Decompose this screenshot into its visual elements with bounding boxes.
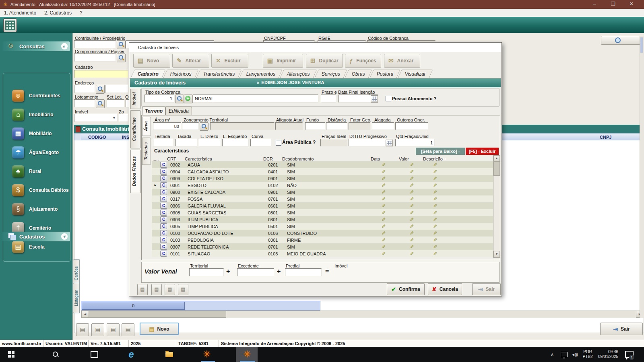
dialog-sair-button[interactable]: ⇥ Sair (472, 283, 501, 295)
table-row[interactable]: C 0100 OCUPACAO DO LOTE 0106 CONSTRUIDO (152, 230, 494, 237)
row-c-button[interactable]: C (160, 162, 167, 168)
menu-item[interactable]: 1. Atendimento (0, 10, 40, 16)
descricao-pencil-icon[interactable] (424, 217, 494, 222)
valor-pencil-icon[interactable] (401, 203, 424, 209)
imovel-dropdown[interactable]: ▼ (74, 114, 118, 122)
file-explorer-icon[interactable] (161, 347, 177, 362)
row-c-button[interactable]: C (160, 182, 167, 188)
sidebar-group-consultas[interactable]: ☺ Consultas « (2, 41, 70, 51)
valor-pencil-icon[interactable] (401, 162, 424, 168)
scroll-left-icon[interactable]: ◄ (81, 311, 89, 318)
cancela-button[interactable]: ✘ Cancela (428, 283, 462, 295)
descricao-pencil-icon[interactable] (424, 210, 494, 216)
vtab-area[interactable]: Área (142, 117, 151, 136)
zoneamento-desc-field[interactable] (210, 122, 275, 130)
col-descricao[interactable]: Descrição (423, 156, 443, 161)
tab-terreno[interactable]: Terreno (142, 107, 165, 115)
col-cnpj[interactable]: CNPJ (600, 135, 611, 140)
horizontal-scrollbar[interactable]: ◄ ► (81, 311, 644, 318)
tab-edificada[interactable]: Edificada (165, 107, 192, 115)
descricao-pencil-icon[interactable] (424, 183, 494, 188)
data-pencil-icon[interactable] (373, 230, 401, 236)
descricao-pencil-icon[interactable] (424, 169, 494, 175)
dialog-titlebar[interactable]: Cadastro de Imóveis (129, 43, 501, 52)
nav-last-button[interactable]: ▤ (122, 323, 134, 336)
language-indicator[interactable]: PORPTB2 (580, 347, 595, 362)
sidebar-item-mobiliario[interactable]: ▦ Mobiliário (2, 124, 70, 143)
nav-prev-button[interactable]: ▤ (91, 323, 104, 336)
descricao-pencil-icon[interactable] (424, 251, 494, 257)
minimize-button[interactable]: – (588, 0, 601, 9)
menu-item[interactable]: ? (76, 10, 87, 16)
aliquota-field[interactable] (275, 122, 303, 130)
descricao-pencil-icon[interactable] (424, 230, 494, 236)
col-caracteristica[interactable]: Característica (185, 156, 212, 161)
col-desdobramento[interactable]: Desdobramento (282, 156, 314, 161)
sidebar-item-rural[interactable]: ♣ Rural (2, 162, 70, 181)
row-c-button[interactable]: C (160, 210, 167, 216)
row-c-button[interactable]: C (160, 251, 167, 257)
dialog-excluir-button[interactable]: ✕ Excluir (211, 54, 248, 68)
valor-pencil-icon[interactable] (401, 169, 424, 175)
descricao-pencil-icon[interactable] (424, 244, 494, 250)
table-row[interactable]: C 0317 FOSSA 0701 SIM (152, 195, 494, 202)
sidebar-item-agua-esgoto[interactable]: ☂ Água/Esgoto (2, 143, 70, 162)
dialog-novo-button[interactable]: ▤ Novo (133, 54, 170, 68)
loteamento-search-icon[interactable] (96, 99, 105, 108)
tab-obras[interactable]: Obras (345, 70, 372, 78)
alagada-field[interactable] (372, 122, 394, 130)
descricao-pencil-icon[interactable] (424, 237, 494, 243)
curva-field[interactable] (250, 139, 271, 146)
valor-pencil-icon[interactable] (401, 251, 424, 257)
scroll-thumb[interactable] (89, 311, 226, 318)
expand-down-icon[interactable]: « (61, 233, 68, 240)
row-c-button[interactable]: C (160, 216, 167, 222)
compromissario-code-field[interactable] (74, 53, 116, 62)
endereco-search-icon[interactable] (96, 85, 105, 94)
row-c-button[interactable]: C (160, 237, 167, 243)
taxada-field[interactable] (175, 139, 197, 146)
table-row[interactable]: C 0303 ILUM PUBLICA 0301 SIM (152, 216, 494, 223)
testada-field[interactable] (153, 139, 173, 146)
calendar-icon[interactable] (371, 95, 378, 103)
dlg-nav-next-button[interactable]: ▤ (165, 284, 175, 295)
sidebar-item-ajuizamento[interactable]: § Ajuizamento (2, 200, 70, 218)
tab-cadastro[interactable]: Cadastro (130, 70, 165, 78)
table-row[interactable]: C 0306 GALERIA FLUVIAL 0601 SIM (152, 202, 494, 209)
menu-item[interactable]: 2. Cadastros (40, 10, 76, 16)
fiorilli-app-icon-1[interactable]: ✳ (198, 347, 216, 362)
table-row[interactable]: C 0301 ESGOTO 0102 NÃO (152, 182, 494, 189)
territorial-field[interactable] (189, 268, 224, 276)
descricao-pencil-icon[interactable] (424, 224, 494, 229)
area-m2-field[interactable]: 80 (153, 122, 181, 130)
sidebar-item-imobiliario[interactable]: ⌂ Imobiliário (2, 105, 70, 124)
vtab-dados-fisicos[interactable]: Dados Físicos (130, 150, 141, 193)
l-direito-field[interactable] (199, 139, 221, 146)
predial-field[interactable] (285, 268, 322, 276)
descricao-pencil-icon[interactable] (424, 162, 494, 168)
area-publica-checkbox[interactable] (276, 140, 281, 146)
row-c-button[interactable]: C (160, 196, 167, 202)
row-c-button[interactable]: C (160, 230, 167, 236)
table-row[interactable]: C 0101 SITUACAO 0103 MEIO DE QUADRA (152, 250, 494, 257)
descricao-pencil-icon[interactable] (424, 203, 494, 209)
vtab-testadas[interactable]: Testadas (142, 138, 151, 165)
taskbar-search-icon[interactable] (48, 347, 63, 362)
cadastro-field[interactable] (74, 70, 128, 78)
dialog-anexar-button[interactable]: ✉ Anexar (384, 54, 420, 68)
tab-servicos[interactable]: Serviços (314, 70, 347, 78)
fundo-field[interactable] (305, 122, 325, 130)
tipo-cobranca-search-icon[interactable] (175, 95, 184, 103)
internet-explorer-icon[interactable]: e (123, 347, 139, 362)
data-pencil-icon[interactable] (373, 169, 401, 175)
data-pencil-icon[interactable] (373, 244, 401, 250)
distancia-field[interactable] (326, 122, 347, 130)
main-sair-button[interactable]: ⇥ Sair (600, 323, 643, 335)
row-c-button[interactable]: C (160, 223, 167, 229)
table-row[interactable]: C 0900 EXISTE CALCADA 0901 SIM (152, 189, 494, 195)
prazo-field[interactable] (321, 95, 336, 103)
row-c-button[interactable]: C (160, 244, 167, 250)
col-dcr[interactable]: DCR (263, 156, 273, 161)
collapse-up-icon[interactable]: « (61, 43, 68, 49)
zona-field[interactable] (119, 114, 128, 122)
